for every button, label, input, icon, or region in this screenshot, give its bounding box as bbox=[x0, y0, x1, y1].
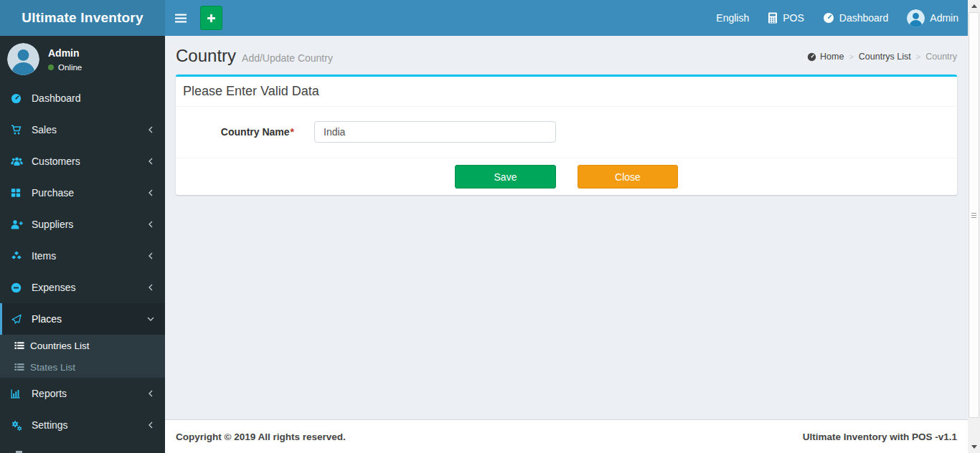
breadcrumb-separator: > bbox=[849, 52, 853, 61]
top-navbar: English POS Dashboard Admin bbox=[165, 0, 968, 36]
chevron-left-icon bbox=[147, 284, 154, 291]
sidebar-item-dashboard[interactable]: Dashboard bbox=[0, 82, 165, 114]
panel-body: Country Name* bbox=[176, 106, 957, 158]
scrollbar-grip-icon bbox=[971, 213, 976, 214]
scroll-up-arrow-icon bbox=[971, 4, 977, 8]
sidebar-item-purchase[interactable]: Purchase bbox=[0, 177, 165, 209]
calculator-icon bbox=[768, 12, 778, 24]
breadcrumb-home[interactable]: Home bbox=[807, 52, 844, 62]
language-label: English bbox=[716, 12, 749, 24]
sidebar-item-suppliers[interactable]: Suppliers bbox=[0, 209, 165, 240]
list-icon bbox=[14, 341, 30, 351]
cubes-icon bbox=[11, 251, 28, 261]
sidebar-item-states-list[interactable]: States List bbox=[0, 356, 165, 378]
grid-icon bbox=[11, 188, 28, 198]
country-name-input[interactable] bbox=[314, 121, 556, 143]
sidebar-item-customers[interactable]: Customers bbox=[0, 146, 165, 177]
chevron-left-icon bbox=[147, 189, 154, 196]
user-panel: Admin Online bbox=[0, 36, 165, 82]
tachometer-icon bbox=[807, 52, 816, 62]
content-header: CountryAdd/Update Country Home > Country… bbox=[165, 36, 968, 69]
sidebar-item-countries-list[interactable]: Countries List bbox=[0, 335, 165, 356]
chevron-left-icon bbox=[147, 221, 154, 228]
pos-label: POS bbox=[783, 12, 804, 24]
panel-title: Please Enter Valid Data bbox=[183, 84, 950, 99]
scroll-down-arrow-icon bbox=[971, 445, 977, 449]
user-name: Admin bbox=[48, 47, 82, 59]
places-submenu: Countries List States List bbox=[0, 335, 165, 378]
quick-add-button[interactable] bbox=[200, 6, 222, 30]
page-subtitle: Add/Update Country bbox=[242, 52, 333, 64]
scrollbar-thumb[interactable] bbox=[969, 12, 979, 418]
sidebar-item-places[interactable]: Places bbox=[0, 303, 165, 335]
dashboard-label: Dashboard bbox=[839, 12, 889, 24]
breadcrumb: Home > Countrys List > Country bbox=[807, 52, 957, 62]
close-button[interactable]: Close bbox=[578, 165, 678, 189]
user-avatar-icon bbox=[907, 9, 925, 27]
status-label: Online bbox=[58, 63, 82, 72]
app-title: Ultimate Inventory bbox=[22, 10, 143, 26]
sidebar-item-expenses[interactable]: Expenses bbox=[0, 272, 165, 303]
main-footer: Copyright © 2019 All rights reserved. Ul… bbox=[165, 419, 968, 453]
breadcrumb-current: Country bbox=[925, 52, 957, 62]
tachometer-icon bbox=[11, 93, 28, 104]
sidebar: Admin Online Dashboard Sales bbox=[0, 36, 165, 453]
gears-icon bbox=[11, 420, 28, 431]
sidebar-item-settings[interactable]: Settings bbox=[0, 409, 165, 441]
main-header: Ultimate Inventory English POS bbox=[0, 0, 968, 36]
pos-link[interactable]: POS bbox=[758, 0, 814, 36]
page-scrollbar[interactable] bbox=[968, 0, 980, 453]
user-label: Admin bbox=[930, 12, 958, 24]
breadcrumb-countrys-list[interactable]: Countrys List bbox=[859, 52, 911, 62]
cart-icon bbox=[11, 125, 28, 135]
panel-footer: Save Close bbox=[176, 158, 957, 195]
footer-version: Ultimate Inventory with POS -v1.1 bbox=[803, 431, 957, 442]
country-name-form-row: Country Name* bbox=[183, 121, 950, 143]
panel-header: Please Enter Valid Data bbox=[176, 77, 957, 106]
list-icon bbox=[14, 363, 30, 372]
content-area: CountryAdd/Update Country Home > Country… bbox=[165, 36, 968, 419]
users-icon bbox=[11, 156, 28, 166]
sidebar-item-items[interactable]: Items bbox=[0, 240, 165, 272]
breadcrumb-separator: > bbox=[916, 52, 920, 61]
save-button[interactable]: Save bbox=[455, 165, 556, 189]
user-status[interactable]: Online bbox=[48, 63, 82, 72]
online-dot-icon bbox=[48, 65, 54, 70]
footer-copyright: Copyright © 2019 All rights reserved. bbox=[176, 431, 346, 442]
country-name-label: Country Name* bbox=[183, 126, 314, 138]
chevron-left-icon bbox=[147, 252, 154, 259]
chevron-left-icon bbox=[147, 126, 154, 133]
country-form-panel: Please Enter Valid Data Country Name* Sa… bbox=[176, 75, 957, 195]
chevron-left-icon bbox=[147, 421, 154, 429]
user-menu[interactable]: Admin bbox=[897, 0, 968, 36]
user-plus-icon bbox=[11, 219, 28, 230]
sidebar-item-sales[interactable]: Sales bbox=[0, 114, 165, 146]
dashboard-link[interactable]: Dashboard bbox=[814, 0, 898, 36]
scroll-up-button[interactable] bbox=[968, 0, 980, 12]
paper-plane-icon bbox=[11, 314, 28, 325]
minus-circle-icon bbox=[11, 282, 28, 293]
scrollbar-grip-icon bbox=[971, 217, 976, 218]
required-asterisk: * bbox=[291, 126, 294, 138]
language-menu[interactable]: English bbox=[707, 0, 758, 36]
user-avatar-icon bbox=[7, 43, 39, 75]
sidebar-item-reports[interactable]: Reports bbox=[0, 378, 165, 409]
page-title: Country bbox=[176, 46, 236, 65]
tachometer-icon bbox=[823, 12, 834, 24]
navbar-right: English POS Dashboard Admin bbox=[707, 0, 968, 36]
app-logo[interactable]: Ultimate Inventory bbox=[0, 0, 165, 36]
chevron-left-icon bbox=[147, 158, 154, 165]
chevron-down-icon bbox=[147, 315, 154, 323]
hamburger-icon bbox=[175, 14, 187, 23]
chevron-left-icon bbox=[147, 390, 154, 397]
scroll-down-button[interactable] bbox=[968, 441, 980, 453]
sidebar-menu: Dashboard Sales Customers Purchase bbox=[0, 82, 165, 441]
scrollbar-grip-icon bbox=[971, 215, 976, 216]
plus-icon bbox=[207, 14, 216, 23]
sidebar-toggle-button[interactable] bbox=[165, 0, 197, 36]
bar-chart-icon bbox=[11, 388, 28, 399]
